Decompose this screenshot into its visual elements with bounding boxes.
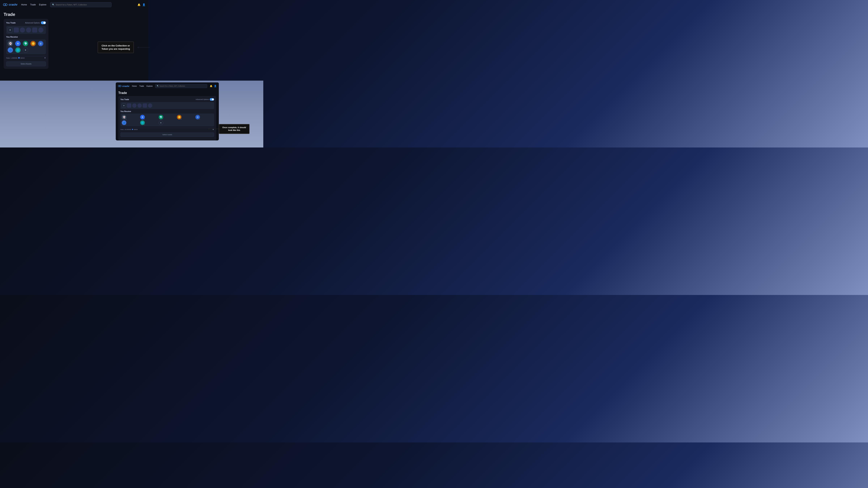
app2-badge-1: 3k bbox=[144, 119, 145, 120]
nav-explore[interactable]: Explore bbox=[39, 3, 46, 6]
app2-you-receive-label: You Receive bbox=[120, 110, 214, 112]
advanced-options-toggle[interactable] bbox=[41, 21, 46, 24]
svg-marker-7 bbox=[208, 128, 209, 130]
app2-nav: crashr Home Trade Explore 🔍 🔔 👤 bbox=[116, 83, 219, 90]
app2-advanced-options-label: Advanced Options bbox=[195, 98, 209, 100]
trade-slot-5 bbox=[38, 28, 43, 33]
receive-token-gold[interactable]: 🪙 bbox=[30, 41, 36, 46]
app2-nav-links: Home Trade Explore bbox=[132, 85, 153, 87]
app2-page-title: Trade bbox=[116, 90, 219, 96]
fees-label: Fees: 1.000000 $ADA bbox=[6, 57, 25, 59]
you-trade-slots: + bbox=[6, 26, 46, 34]
app2-ada-dot bbox=[132, 129, 133, 130]
select-assets-button-top[interactable]: Select Assets bbox=[6, 61, 46, 66]
arrow-icon-bottom bbox=[206, 128, 219, 130]
arrow-icon-top bbox=[135, 46, 150, 49]
app2-you-trade-slots: + bbox=[120, 102, 214, 109]
trade-slot-3 bbox=[26, 28, 31, 33]
advanced-options: Advanced Options bbox=[25, 21, 46, 24]
tooltip-area-bottom: Once complete, it should look like this bbox=[206, 124, 250, 134]
tooltip-area-top: Click on the Collection or Token you are… bbox=[98, 41, 150, 53]
app2-advanced-options: Advanced Options bbox=[195, 98, 214, 101]
trade-card-top: You Trade Advanced Options + You Receive… bbox=[4, 19, 49, 69]
receive-token-ghost[interactable]: 👻 bbox=[8, 41, 13, 46]
tooltip-box-bottom: Once complete, it should look like this bbox=[219, 124, 250, 134]
advanced-options-label: Advanced Options bbox=[25, 22, 40, 24]
nav-trade[interactable]: Trade bbox=[30, 3, 36, 6]
top-logo[interactable]: crashr bbox=[3, 2, 18, 7]
app2-trade-slot-1 bbox=[127, 103, 131, 108]
app2-token-blue2[interactable]: 🔵 5k bbox=[122, 120, 126, 125]
add-trade-slot[interactable]: + bbox=[8, 28, 13, 33]
tooltip-box-top: Click on the Collection or Token you are… bbox=[98, 41, 134, 53]
app2-trade-slot-4 bbox=[143, 103, 147, 108]
trade-slot-2 bbox=[20, 28, 25, 33]
select-assets-button-bottom[interactable]: Select Assets bbox=[120, 132, 214, 137]
notification-icon[interactable]: 🔔 bbox=[137, 3, 141, 6]
receive-token-add[interactable]: + bbox=[23, 47, 28, 53]
app2-fees-row: Fees: 16.000000 $ADA ▼ bbox=[120, 128, 214, 131]
svg-marker-3 bbox=[137, 46, 139, 48]
app2-badge-5: 5k bbox=[125, 124, 127, 125]
app2-token-add[interactable]: + bbox=[159, 120, 163, 125]
ada-dot bbox=[18, 57, 20, 59]
trade-slot-1 bbox=[14, 28, 19, 33]
app2-nav-icons: 🔔 👤 bbox=[210, 85, 217, 87]
receive-area-top: 👻 $ 💎 🪙 (( 🔵 🌐 + bbox=[6, 39, 46, 54]
trade-card-bottom: You Trade Advanced Options + You Receive… bbox=[118, 96, 216, 140]
top-search-bar[interactable]: 🔍 bbox=[50, 2, 112, 7]
app2-badge-6: 5k bbox=[144, 124, 145, 125]
app2-trade-slot-5 bbox=[148, 103, 152, 108]
app2-nav-trade[interactable]: Trade bbox=[139, 85, 144, 87]
app2-logo[interactable]: crashr bbox=[118, 84, 129, 88]
app2-token-ghost[interactable]: 👻 3k bbox=[122, 115, 126, 120]
app2: crashr Home Trade Explore 🔍 🔔 👤 Trade Yo… bbox=[116, 83, 219, 140]
search-icon: 🔍 bbox=[52, 4, 55, 6]
app2-search-icon: 🔍 bbox=[157, 85, 159, 87]
app2-token-gold[interactable]: 🪙 10k bbox=[177, 115, 182, 120]
receive-token-green[interactable]: 💎 bbox=[23, 41, 28, 46]
app2-trade-slot-2 bbox=[132, 103, 136, 108]
app2-token-teal[interactable]: 🌐 5k bbox=[140, 120, 145, 125]
top-nav: crashr Home Trade Explore 🔍 🔔 👤 bbox=[0, 0, 148, 9]
app2-token-green[interactable]: 💎 5 bbox=[159, 115, 163, 120]
app2-fees-label: Fees: 16.000000 $ADA bbox=[120, 129, 137, 130]
user-icon[interactable]: 👤 bbox=[142, 3, 145, 6]
app2-toggle[interactable] bbox=[210, 98, 214, 101]
trade-slot-4 bbox=[32, 28, 37, 33]
receive-token-blue2[interactable]: 🔵 bbox=[8, 47, 13, 53]
app2-badge-2: 5 bbox=[162, 119, 163, 120]
app2-badge-4: 2.1k bbox=[198, 119, 200, 120]
app2-search-input[interactable] bbox=[159, 85, 206, 87]
page-title: Trade bbox=[0, 9, 148, 19]
app2-you-trade-label: You Trade bbox=[120, 98, 129, 100]
app2-notification-icon[interactable]: 🔔 bbox=[210, 85, 213, 87]
you-receive-label: You Receive bbox=[6, 36, 46, 38]
card-header-you-trade: You Trade Advanced Options bbox=[6, 21, 46, 24]
bottom-window: crashr Home Trade Explore 🔍 🔔 👤 Trade Yo… bbox=[0, 80, 263, 148]
top-nav-icons: 🔔 👤 bbox=[137, 3, 145, 6]
fees-chevron[interactable]: ▼ bbox=[44, 57, 46, 59]
app2-search-bar[interactable]: 🔍 bbox=[155, 84, 207, 88]
app2-trade-slot-3 bbox=[137, 103, 142, 108]
app2-card-header: You Trade Advanced Options bbox=[120, 98, 214, 101]
search-input[interactable] bbox=[56, 4, 110, 6]
you-trade-label: You Trade bbox=[6, 22, 16, 24]
app2-nav-home[interactable]: Home bbox=[132, 85, 137, 87]
app2-receive-area: 👻 3k $ 3k 💎 5 🪙 10k (( 2.1k bbox=[120, 113, 214, 126]
receive-token-blue[interactable]: (( bbox=[38, 41, 43, 46]
app2-token-ada[interactable]: $ 3k bbox=[140, 115, 145, 120]
app2-badge-0: 3k bbox=[125, 119, 127, 120]
app2-user-icon[interactable]: 👤 bbox=[214, 85, 217, 87]
nav-home[interactable]: Home bbox=[21, 3, 27, 6]
app2-badge-3: 10k bbox=[180, 119, 182, 120]
top-nav-links: Home Trade Explore bbox=[21, 3, 46, 6]
receive-token-ada[interactable]: $ bbox=[15, 41, 21, 46]
app2-add-slot[interactable]: + bbox=[122, 103, 126, 108]
app2-token-blue[interactable]: (( 2.1k bbox=[195, 115, 200, 120]
fees-row-top: Fees: 1.000000 $ADA ▼ bbox=[6, 56, 46, 60]
receive-token-teal[interactable]: 🌐 bbox=[15, 47, 21, 53]
app2-nav-explore[interactable]: Explore bbox=[147, 85, 153, 87]
